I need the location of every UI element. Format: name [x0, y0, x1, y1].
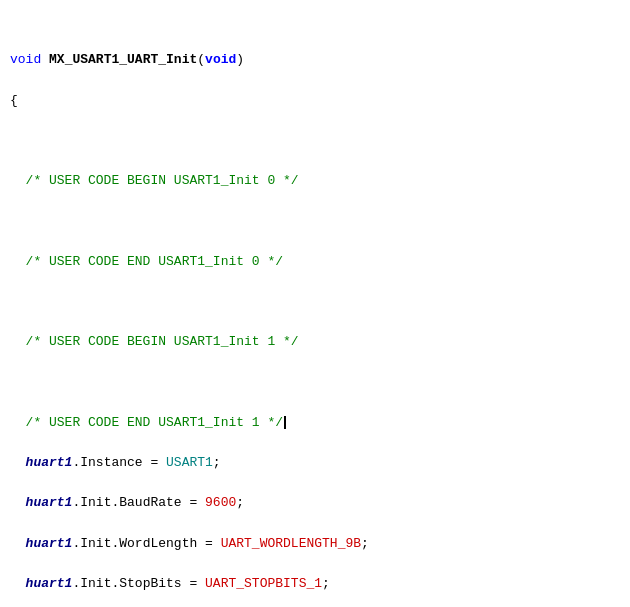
line-fn-signature: void MX_USART1_UART_Init(void): [10, 50, 620, 70]
line-blank2: [10, 211, 620, 231]
line-blank3: [10, 292, 620, 312]
line-comment2: /* USER CODE END USART1_Init 0 */: [10, 252, 620, 272]
line-open-brace: {: [10, 91, 620, 111]
line-instance: huart1.Instance = USART1;: [10, 453, 620, 473]
line-stopbits: huart1.Init.StopBits = UART_STOPBITS_1;: [10, 574, 620, 594]
fn-name: MX_USART1_UART_Init: [49, 52, 197, 67]
line-comment3: /* USER CODE BEGIN USART1_Init 1 */: [10, 332, 620, 352]
text-cursor: [284, 416, 286, 429]
line-comment4: /* USER CODE END USART1_Init 1 */: [10, 413, 620, 433]
kw-void-param: void: [205, 52, 236, 67]
line-blank4: [10, 373, 620, 393]
line-wordlength: huart1.Init.WordLength = UART_WORDLENGTH…: [10, 534, 620, 554]
paren-close: ): [236, 52, 244, 67]
code-view: void MX_USART1_UART_Init(void) { /* USER…: [0, 0, 630, 607]
line-blank1: [10, 131, 620, 151]
line-baudrate: huart1.Init.BaudRate = 9600;: [10, 493, 620, 513]
paren-open: (: [197, 52, 205, 67]
line-comment1: /* USER CODE BEGIN USART1_Init 0 */: [10, 171, 620, 191]
kw-void: void: [10, 52, 41, 67]
